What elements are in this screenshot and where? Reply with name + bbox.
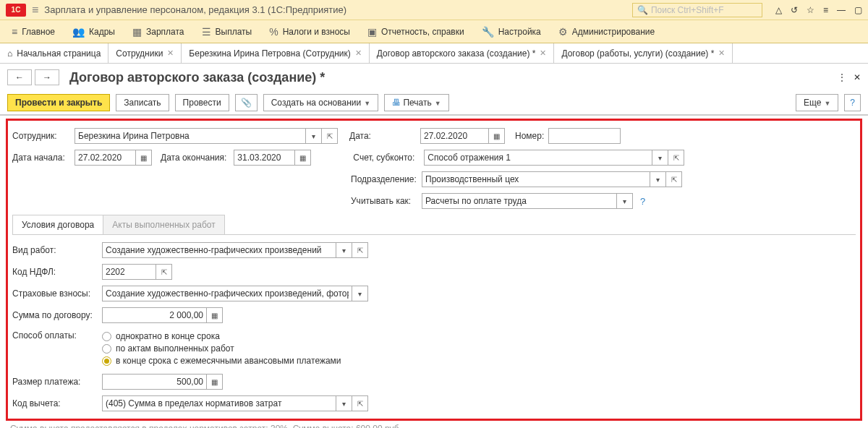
menu-salary[interactable]: ▦Зарплата — [125, 23, 192, 40]
ndfl-input[interactable] — [102, 264, 156, 280]
post-button[interactable]: Провести — [175, 94, 229, 111]
home-icon: ⌂ — [7, 48, 12, 59]
menu-reports[interactable]: ▣Отчетность, справки — [360, 23, 472, 40]
size-input[interactable] — [102, 374, 207, 390]
ndfl-label: Код НДФЛ: — [12, 267, 98, 277]
worktype-label: Вид работ: — [12, 245, 98, 255]
create-based-button[interactable]: Создать на основании▼ — [263, 94, 378, 111]
wrench-icon: 🔧 — [482, 26, 494, 38]
close-icon[interactable]: ✕ — [718, 48, 725, 58]
dropdown-icon[interactable]: ▾ — [617, 193, 633, 209]
start-date-input[interactable] — [75, 150, 136, 166]
payment-option-monthly[interactable]: в конце срока с ежемесячными авансовыми … — [102, 356, 341, 366]
print-button[interactable]: 🖶 Печать▼ — [384, 94, 449, 111]
close-page-icon[interactable]: ✕ — [854, 72, 861, 82]
hamburger-icon[interactable]: ≡ — [32, 4, 38, 17]
help-button[interactable]: ? — [844, 94, 861, 111]
calc-icon[interactable]: ▦ — [207, 307, 223, 323]
menu-taxes[interactable]: %Налоги и взносы — [262, 23, 357, 40]
deduct-label: Код вычета: — [12, 398, 98, 408]
app-title: Зарплата и управление персоналом, редакц… — [44, 4, 346, 15]
dropdown-icon[interactable]: ▾ — [652, 150, 668, 166]
search-box[interactable]: 🔍 Поиск Ctrl+Shift+F — [632, 3, 762, 17]
account-label: Счет, субконто: — [353, 153, 420, 163]
worktype-input[interactable] — [102, 242, 336, 258]
open-icon[interactable]: ⇱ — [322, 128, 338, 144]
employee-label: Сотрудник: — [12, 131, 70, 141]
tab-employees[interactable]: Сотрудники✕ — [109, 43, 182, 63]
dept-label: Подразделение: — [351, 174, 417, 184]
calendar-icon[interactable]: ▦ — [295, 150, 311, 166]
radio-icon — [102, 332, 111, 341]
tab-works-contract[interactable]: Договор (работы, услуги) (создание) *✕ — [554, 43, 733, 63]
close-icon[interactable]: ✕ — [355, 48, 362, 58]
help-icon[interactable]: ? — [640, 196, 645, 207]
history-icon[interactable]: ↺ — [791, 5, 798, 15]
open-icon[interactable]: ⇱ — [352, 395, 368, 411]
attach-button[interactable]: 📎 — [235, 94, 258, 111]
close-icon[interactable]: ✕ — [167, 48, 174, 58]
percent-icon: % — [269, 26, 278, 38]
calc-icon[interactable]: ▦ — [207, 374, 223, 390]
sum-input[interactable] — [102, 307, 207, 323]
menu-icon[interactable]: ≡ — [823, 5, 828, 15]
calendar-icon[interactable]: ▦ — [136, 150, 152, 166]
menu-hr[interactable]: 👥Кадры — [65, 23, 122, 40]
bell-icon[interactable]: △ — [775, 5, 782, 15]
main-menu: ≡Главное 👥Кадры ▦Зарплата ☰Выплаты %Нало… — [0, 20, 868, 43]
open-icon[interactable]: ⇱ — [668, 150, 684, 166]
open-icon[interactable]: ⇱ — [666, 171, 682, 187]
end-date-label: Дата окончания: — [161, 153, 226, 163]
write-button[interactable]: Записать — [116, 94, 169, 111]
menu-main-icon: ≡ — [12, 26, 17, 38]
menu-main[interactable]: ≡Главное — [4, 23, 62, 40]
dropdown-icon[interactable]: ▾ — [336, 395, 352, 411]
form-highlighted-area: Сотрудник: ▾ ⇱ Дата: ▦ Номер: Дата начал… — [6, 119, 862, 421]
dropdown-icon[interactable]: ▾ — [352, 286, 368, 301]
gear-icon: ⚙ — [558, 26, 568, 38]
date-input[interactable] — [420, 128, 489, 144]
title-bar: 1C ≡ Зарплата и управление персоналом, р… — [0, 0, 868, 20]
kebab-icon[interactable]: ⋮ — [838, 72, 846, 82]
number-label: Номер: — [515, 131, 544, 141]
star-icon[interactable]: ☆ — [807, 5, 814, 15]
calendar-icon[interactable]: ▦ — [489, 128, 505, 144]
nav-forward[interactable]: → — [35, 69, 59, 85]
open-icon[interactable]: ⇱ — [156, 264, 172, 280]
deduct-input[interactable] — [102, 395, 336, 411]
nav-back[interactable]: ← — [7, 69, 32, 85]
menu-admin[interactable]: ⚙Администрирование — [551, 23, 662, 40]
menu-payments[interactable]: ☰Выплаты — [195, 23, 260, 40]
employee-input[interactable] — [75, 128, 306, 144]
app-logo: 1C — [6, 4, 26, 17]
ins-input[interactable] — [102, 286, 352, 301]
number-input[interactable] — [548, 128, 621, 144]
post-close-button[interactable]: Провести и закрыть — [7, 94, 110, 111]
tab-author-contract[interactable]: Договор авторского заказа (создание) *✕ — [370, 43, 555, 63]
tab-contract-terms[interactable]: Условия договора — [12, 215, 103, 234]
payment-option-once[interactable]: однократно в конце срока — [102, 331, 341, 341]
start-date-label: Дата начала: — [12, 153, 70, 163]
tab-home[interactable]: ⌂Начальная страница — [0, 43, 109, 63]
tab-employee-card[interactable]: Березкина Ирина Петровна (Сотрудник)✕ — [182, 43, 369, 63]
menu-settings[interactable]: 🔧Настройка — [475, 23, 548, 40]
dropdown-icon[interactable]: ▾ — [650, 171, 666, 187]
payment-label: Способ оплаты: — [12, 329, 98, 341]
more-button[interactable]: Еще▼ — [796, 94, 838, 111]
dropdown-icon[interactable]: ▾ — [306, 128, 322, 144]
form-tabs: Условия договора Акты выполненных работ — [12, 215, 856, 235]
maximize-icon[interactable]: ▢ — [854, 5, 862, 15]
treat-input[interactable] — [422, 193, 617, 209]
tab-work-acts[interactable]: Акты выполненных работ — [103, 215, 224, 234]
print-icon: 🖶 — [392, 98, 401, 108]
end-date-input[interactable] — [234, 150, 295, 166]
dept-input[interactable] — [422, 171, 650, 187]
account-input[interactable] — [424, 150, 652, 166]
open-icon[interactable]: ⇱ — [352, 242, 368, 258]
document-toolbar: Провести и закрыть Записать Провести 📎 С… — [0, 91, 868, 116]
dropdown-icon[interactable]: ▾ — [336, 242, 352, 258]
close-icon[interactable]: ✕ — [540, 48, 546, 58]
payment-option-acts[interactable]: по актам выполненных работ — [102, 343, 341, 354]
minimize-icon[interactable]: — — [837, 5, 846, 15]
radio-icon — [102, 344, 111, 354]
